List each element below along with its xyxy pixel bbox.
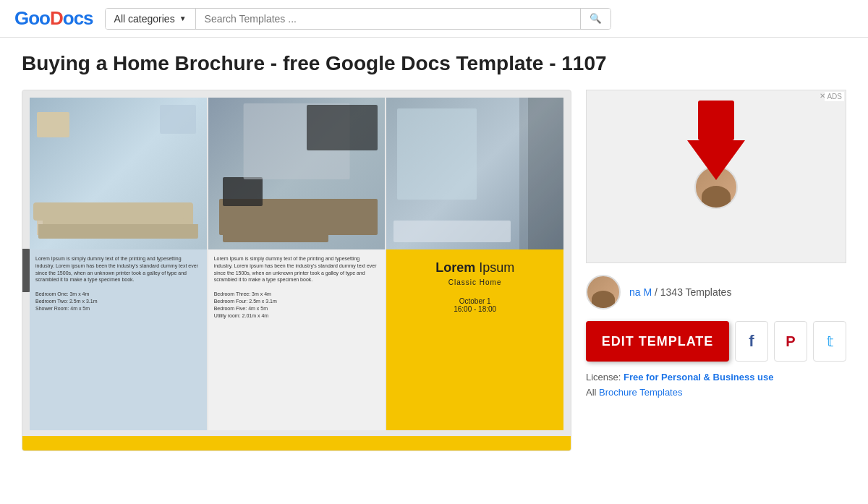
bottom-yellow-bar [22,436,571,450]
site-header: GooDocs All categories ▼ 🔍 [0,0,868,38]
panel1-detail-2: Bedroom Two: 2.5m x 3.1m [35,299,201,304]
panel3-date: October 1 16:00 - 18:00 [395,297,555,313]
twitter-button[interactable]: 𝕥 [813,321,846,362]
room-image-3 [386,98,563,249]
panel3-subtitle: Classic Home [395,278,555,286]
panel1-detail-1: Bedroom One: 3m x 4m [35,291,201,296]
brochure-panel-3: Lorem Ipsum Classic Home October 1 16:00… [386,98,563,430]
panel3-date-text: October 1 [395,297,555,305]
search-icon: 🔍 [590,13,602,24]
pinterest-icon: P [786,333,795,350]
all-templates-row: All Brochure Templates [586,387,846,398]
panel3-lorem-light: Ipsum [475,260,514,275]
twitter-icon: 𝕥 [827,333,833,350]
author-separator: / [655,286,660,298]
chevron-down-icon: ▼ [179,14,187,22]
edit-template-button[interactable]: EDIT TEMPLATE [586,321,729,362]
search-button[interactable]: 🔍 [580,9,610,29]
author-avatar [586,275,621,309]
panel3-time-text: 16:00 - 18:00 [395,305,555,313]
author-row: na M / 1343 Templates [586,272,846,312]
panel3-content: Lorem Ipsum Classic Home October 1 16:00… [386,249,563,324]
page-title: Buying a Home Brochure - free Google Doc… [22,52,846,75]
panel2-detail-4: Utility room: 2.01m x 4m [214,313,380,318]
brochure-mock: Lorem Ipsum is simply dummy text of the … [22,90,571,437]
category-dropdown[interactable]: All categories ▼ [106,9,196,29]
logo[interactable]: GooDocs [14,7,93,30]
ads-banner: ADS ✕ [586,90,846,263]
main-content: Buying a Home Brochure - free Google Doc… [7,38,861,466]
all-label: All [586,387,596,398]
panel2-body-text: Lorem Ipsum is simply dummy text of the … [208,249,386,289]
ads-content [694,144,738,209]
panel2-detail-3: Bedroom Five: 4m x 5m [214,306,380,311]
brochure-panel-2: Lorem Ipsum is simply dummy text of the … [208,98,386,430]
brochure-templates-link[interactable]: Brochure Templates [599,387,682,398]
search-bar: All categories ▼ 🔍 [105,8,611,30]
room-image-2 [208,98,386,249]
license-label: License: [586,372,621,383]
panel2-detail-2: Bedroom Four: 2.5m x 3.1m [214,299,380,304]
license-link[interactable]: Free for Personal & Business use [624,372,773,383]
category-label: All categories [114,13,175,25]
facebook-icon: f [749,332,754,351]
panel2-details: Bedroom Three: 3m x 4m Bedroom Four: 2.5… [208,291,386,318]
facebook-button[interactable]: f [735,321,768,362]
ads-label: ADS [825,92,844,101]
license-row: License: Free for Personal & Business us… [586,372,846,383]
side-panel: ADS ✕ [586,90,846,451]
brochure-panel-1: Lorem Ipsum is simply dummy text of the … [30,98,207,430]
panel3-lorem-heading: Lorem Ipsum [395,260,555,276]
template-preview: Lorem Ipsum is simply dummy text of the … [22,90,571,451]
author-templates-count: 1343 Templates [660,286,732,298]
panel1-details: Bedroom One: 3m x 4m Bedroom Two: 2.5m x… [30,291,207,311]
ads-close-btn[interactable]: ✕ [820,92,825,100]
author-name-link[interactable]: na M [629,286,652,298]
pinterest-button[interactable]: P [774,321,807,362]
author-info: na M / 1343 Templates [629,286,731,298]
panel1-body-text: Lorem Ipsum is simply dummy text of the … [30,249,207,289]
content-area: Lorem Ipsum is simply dummy text of the … [22,90,846,451]
search-input[interactable] [196,9,580,29]
ads-controls: ✕ [820,92,825,100]
logo-text: GooDocs [14,7,93,29]
panel1-detail-3: Shower Room: 4m x 5m [35,306,201,311]
panel2-detail-1: Bedroom Three: 3m x 4m [214,291,380,296]
panel3-lorem-bold: Lorem [435,260,475,275]
room-image-1 [30,98,207,249]
action-buttons: EDIT TEMPLATE f P 𝕥 [586,321,846,362]
